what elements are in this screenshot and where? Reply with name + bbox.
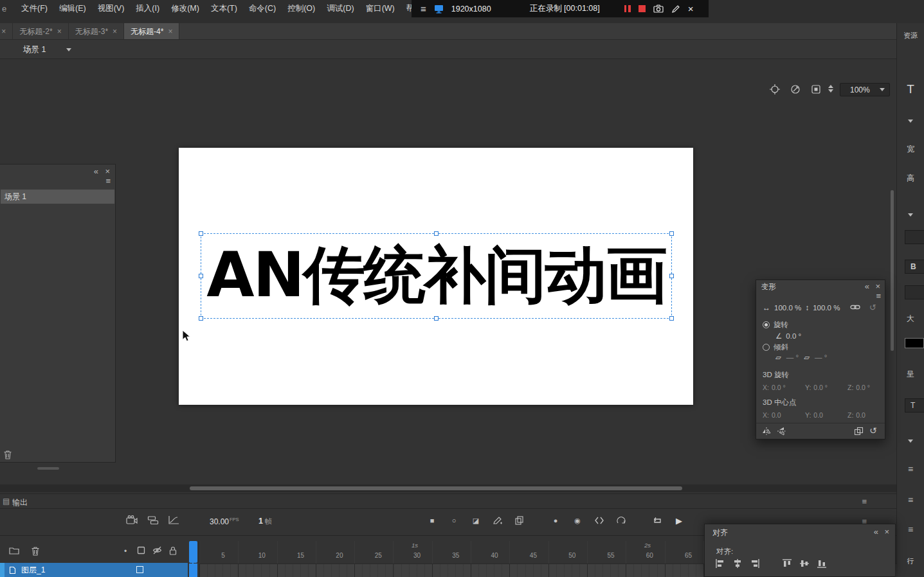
center-stage-icon[interactable] <box>769 84 781 95</box>
text-type-select[interactable]: T <box>905 398 924 413</box>
scene-chevron-down-icon[interactable] <box>66 48 71 51</box>
property-input[interactable] <box>905 230 924 244</box>
screenshot-camera-icon[interactable] <box>653 4 664 13</box>
fps-indicator[interactable]: 30.00FPS <box>210 517 239 526</box>
selection-handle[interactable] <box>669 231 674 236</box>
reset-scale-icon[interactable]: ↺ <box>869 303 876 312</box>
selection-handle[interactable] <box>669 274 674 278</box>
bold-style-select[interactable]: B <box>905 260 924 274</box>
collapse-panel-icon[interactable]: « <box>94 166 98 176</box>
paragraph-options-icon[interactable]: ≡ <box>908 464 913 474</box>
assets-panel-tab[interactable]: 资源 <box>903 31 918 40</box>
menu-item[interactable]: 命令(C) <box>243 3 282 14</box>
center-3d-y[interactable]: Y:0.0 <box>805 411 823 419</box>
document-tab[interactable]: 无标题-1*× <box>0 23 13 40</box>
selection-handle[interactable] <box>199 274 203 278</box>
delete-layer-icon[interactable] <box>31 546 41 556</box>
flip-vertical-icon[interactable] <box>777 427 787 437</box>
panel-menu-icon[interactable]: ≡ <box>105 176 111 186</box>
close-panel-icon[interactable]: × <box>105 166 110 176</box>
pencil-icon[interactable] <box>671 4 680 13</box>
rotate-radio[interactable] <box>763 321 770 328</box>
rotation-3d-y[interactable]: Y:0.0 ° <box>805 384 828 391</box>
scene-name[interactable]: 场景 1 <box>23 44 46 55</box>
menu-item[interactable]: 编辑(E) <box>53 3 92 14</box>
scene-list-item[interactable]: 场景 1 <box>1 190 114 204</box>
skew-radio[interactable] <box>763 344 770 351</box>
align-bottom-icon[interactable] <box>817 558 827 569</box>
flip-horizontal-icon[interactable] <box>761 427 772 437</box>
section-chevron-down-icon[interactable] <box>908 120 913 123</box>
paragraph-options-icon[interactable]: ≡ <box>908 495 913 505</box>
lock-layers-icon[interactable] <box>169 546 179 556</box>
playhead-handle[interactable] <box>189 541 197 563</box>
onion-skin-icon[interactable]: ● <box>550 515 561 526</box>
document-tab[interactable]: 无标题-4*× <box>124 23 179 40</box>
section-chevron-down-icon[interactable] <box>908 439 913 443</box>
scale-height-value[interactable]: 100.0 % <box>813 304 840 312</box>
skew-horizontal-value[interactable]: — ° <box>786 353 799 361</box>
insert-blank-keyframe-icon[interactable]: ○ <box>449 515 459 526</box>
output-tab[interactable]: 输出 <box>12 497 28 508</box>
workspace-vertical-scrollbar[interactable] <box>891 190 894 351</box>
selection-handle[interactable] <box>199 231 203 236</box>
menu-item[interactable]: 窗口(W) <box>360 3 401 14</box>
frame-graph-icon[interactable] <box>168 515 179 527</box>
new-folder-icon[interactable] <box>9 546 19 556</box>
selection-handle[interactable] <box>199 316 203 321</box>
camera-icon[interactable] <box>126 515 138 527</box>
edit-multiple-frames-icon[interactable] <box>594 515 604 526</box>
layer-outline-color-swatch[interactable] <box>136 566 143 573</box>
rotate-value[interactable]: 0.0 ° <box>786 332 801 340</box>
marker-range-icon[interactable] <box>616 515 626 526</box>
current-frame-indicator[interactable]: 1帧 <box>258 517 272 526</box>
align-top-icon[interactable] <box>782 558 792 569</box>
pause-button[interactable] <box>624 5 631 12</box>
onion-skin-outline-icon[interactable]: ◉ <box>572 515 583 526</box>
tab-close-icon[interactable]: × <box>57 27 62 36</box>
tab-close-icon[interactable]: × <box>113 27 117 36</box>
close-panel-icon[interactable]: × <box>875 281 880 291</box>
menu-item[interactable]: 插入(I) <box>130 3 165 14</box>
recorder-close-icon[interactable]: × <box>688 3 694 14</box>
copy-frames-icon[interactable] <box>514 515 525 526</box>
menu-item[interactable]: 视图(V) <box>92 3 131 14</box>
menu-item[interactable]: 控制(O) <box>282 3 321 14</box>
zoom-select[interactable]: 100% <box>840 83 890 96</box>
menu-item[interactable]: 文本(T) <box>205 3 243 14</box>
align-left-icon[interactable] <box>715 558 725 569</box>
delete-scene-icon[interactable] <box>3 450 12 459</box>
center-3d-x[interactable]: X:0.0 <box>763 411 781 419</box>
recorder-menu-icon[interactable]: ≡ <box>421 3 426 14</box>
menu-item[interactable]: 修改(M) <box>165 3 205 14</box>
loop-playback-icon[interactable] <box>652 515 662 526</box>
document-tab[interactable]: 无标题-2*× <box>13 23 68 40</box>
insert-keyframe-icon[interactable]: ◪ <box>471 515 481 526</box>
current-frame-cell[interactable] <box>189 564 197 577</box>
selection-handle[interactable] <box>434 316 439 321</box>
scale-width-value[interactable]: 100.0 % <box>774 304 801 312</box>
layer-row[interactable]: 图层_1 <box>0 563 188 577</box>
fill-color-swatch[interactable] <box>905 338 924 348</box>
align-center-horizontal-icon[interactable] <box>732 558 743 569</box>
edit-symbols-icon[interactable] <box>790 84 801 95</box>
layer-depth-icon[interactable] <box>147 515 159 527</box>
outline-view-icon[interactable] <box>137 546 147 556</box>
duplicate-and-transform-icon[interactable] <box>854 427 864 437</box>
text-selection-box[interactable]: AN传统补间动画 <box>201 233 672 319</box>
skew-vertical-value[interactable]: — ° <box>815 353 827 361</box>
tab-close-icon[interactable]: × <box>168 27 172 36</box>
document-tab[interactable]: 无标题-3*× <box>69 23 124 40</box>
highlight-layer-dot-icon[interactable]: • <box>124 547 127 556</box>
align-right-icon[interactable] <box>750 558 760 569</box>
layer-name[interactable]: 图层_1 <box>21 565 45 576</box>
collapse-panel-icon[interactable]: « <box>865 281 869 291</box>
selection-handle[interactable] <box>434 231 439 236</box>
auto-keyframe-icon[interactable] <box>493 515 503 526</box>
link-dimensions-icon[interactable] <box>850 304 860 310</box>
play-button[interactable]: ▶ <box>674 515 684 526</box>
zoom-stepper[interactable] <box>828 85 833 93</box>
clip-content-icon[interactable] <box>810 84 822 95</box>
hide-layers-eye-icon[interactable] <box>152 546 163 556</box>
section-chevron-down-icon[interactable] <box>908 213 913 217</box>
